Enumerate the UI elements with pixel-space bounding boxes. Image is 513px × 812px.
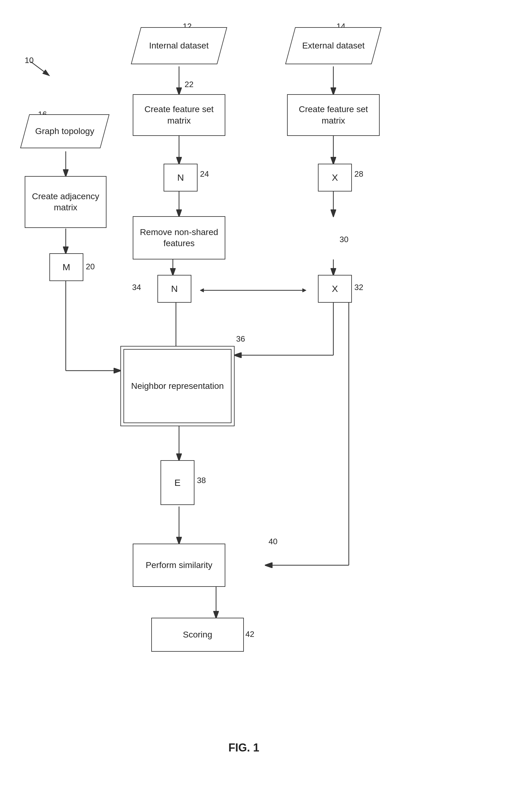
svg-marker-18	[200, 288, 204, 292]
graph-topology-node: Graph topology	[20, 114, 109, 148]
ref-22-label: 22	[185, 80, 193, 89]
neighbor-representation-label: Neighbor representation	[131, 380, 224, 392]
ref-34-label: 34	[132, 283, 141, 292]
neighbor-representation-outer: Neighbor representation	[120, 346, 235, 426]
internal-dataset-node: Internal dataset	[131, 27, 227, 64]
create-feature-set-matrix-left-label: Create feature set matrix	[133, 104, 225, 126]
ref-28-label: 28	[354, 169, 363, 179]
scoring-node: Scoring	[151, 618, 244, 652]
ref-20-label: 20	[86, 262, 95, 271]
n-box-1: N	[163, 164, 198, 192]
graph-topology-label: Graph topology	[35, 126, 94, 137]
create-feature-set-matrix-right: Create feature set matrix	[287, 94, 380, 136]
external-dataset-node: External dataset	[285, 27, 382, 64]
m-box: M	[50, 253, 83, 281]
ref-32-label: 32	[354, 283, 363, 292]
remove-non-shared-label: Remove non-shared features	[133, 227, 225, 249]
svg-line-24	[31, 62, 50, 76]
ref-24-label: 24	[200, 169, 209, 179]
e-box: E	[160, 460, 194, 505]
n-box-2: N	[157, 275, 191, 303]
internal-dataset-label: Internal dataset	[149, 40, 209, 51]
ref-36-label: 36	[236, 334, 245, 344]
create-feature-set-matrix-left: Create feature set matrix	[133, 94, 225, 136]
perform-similarity-node: Perform similarity	[133, 544, 225, 587]
svg-marker-17	[302, 288, 306, 292]
create-adjacency-matrix-label: Create adjacency matrix	[25, 191, 106, 213]
ref-42-label: 42	[245, 630, 254, 639]
ref-10-label: 10	[25, 56, 34, 65]
external-dataset-label: External dataset	[302, 40, 365, 51]
perform-similarity-label: Perform similarity	[146, 560, 212, 571]
create-feature-set-matrix-right-label: Create feature set matrix	[288, 104, 379, 126]
x-box-2: X	[318, 275, 352, 303]
figure-caption: FIG. 1	[198, 741, 290, 754]
ref-38-label: 38	[197, 476, 206, 485]
ref-30-label: 30	[339, 235, 349, 244]
diagram: 10 12 14 Internal dataset External datas…	[0, 0, 513, 812]
x-box-1: X	[318, 164, 352, 192]
remove-non-shared-node: Remove non-shared features	[133, 216, 225, 259]
scoring-label: Scoring	[183, 629, 212, 640]
ref-40-label: 40	[269, 537, 277, 546]
create-adjacency-matrix-node: Create adjacency matrix	[25, 176, 107, 228]
neighbor-representation-inner: Neighbor representation	[123, 349, 232, 423]
